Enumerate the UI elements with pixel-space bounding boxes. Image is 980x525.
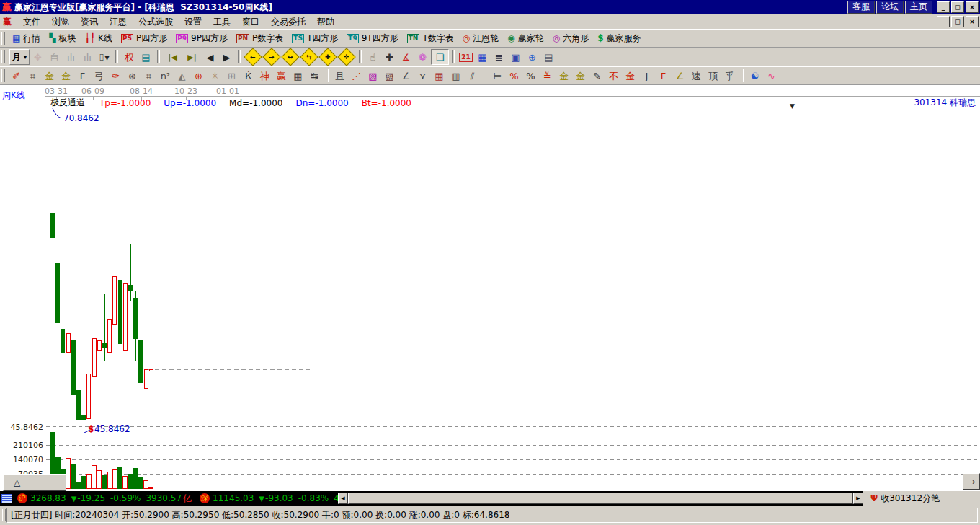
child-window-icon[interactable]: 赢 xyxy=(3,16,12,28)
child-minimize-button[interactable]: _ xyxy=(937,16,950,27)
brush-tool-button[interactable]: ✐ xyxy=(8,69,24,83)
zoom-in-diamond-button[interactable]: ⇆ xyxy=(300,48,318,66)
scrollbar-thumb[interactable] xyxy=(348,493,853,504)
price-scale-button[interactable]: ⊨ xyxy=(489,69,506,83)
region-tool-button[interactable]: ❏ xyxy=(431,49,449,65)
grid-dark-button[interactable]: ▥ xyxy=(447,69,464,83)
9t-square-button[interactable]: T9 9T四方形 xyxy=(342,30,402,46)
gold-grid-button-1[interactable]: 金 xyxy=(41,69,58,83)
time-grid-button[interactable]: ⌗ xyxy=(141,69,157,83)
p-square-button[interactable]: PS P四方形 xyxy=(117,30,172,46)
print-button[interactable]: ▤ xyxy=(540,50,557,64)
fan-box-dark-button[interactable]: ▧ xyxy=(381,69,398,83)
window-restore-button[interactable]: ◻ xyxy=(951,1,964,13)
self-select-button[interactable]: 自 xyxy=(46,50,63,64)
mirror-angle-button[interactable]: ◭ xyxy=(174,69,190,83)
menu-item-window[interactable]: 窗口 xyxy=(236,14,265,30)
titlebar-forum-button[interactable]: 论坛 xyxy=(876,1,904,14)
f-angle-button[interactable]: F xyxy=(655,69,672,83)
trend-angle-button[interactable]: ∠ xyxy=(398,69,414,83)
menu-item-browse[interactable]: 浏览 xyxy=(46,14,75,30)
shen-grid-button[interactable]: 神 xyxy=(257,69,273,83)
scrollbar-left-arrow[interactable]: ◀ xyxy=(338,493,348,504)
nav-first-button[interactable]: |◀ xyxy=(163,50,182,64)
menu-item-news[interactable]: 资讯 xyxy=(75,14,104,30)
mini-chart-button-2[interactable]: ılı xyxy=(79,50,96,64)
gold-red-button[interactable]: 金 xyxy=(622,69,638,83)
f-grid-button[interactable]: F xyxy=(74,69,91,83)
zoom-out-diamond-button[interactable]: ↔ xyxy=(281,48,299,66)
winner-service-button[interactable]: $ 赢家服务 xyxy=(593,30,645,46)
period-dropdown[interactable]: 月 ▾ xyxy=(9,49,30,65)
pen-one-button[interactable]: ✎ xyxy=(589,69,605,83)
bow-grid-button[interactable]: 弓 xyxy=(91,69,107,83)
p-table-button[interactable]: PN P数字表 xyxy=(232,30,288,46)
t-square-button[interactable]: TS T四方形 xyxy=(288,30,342,46)
kline-chart-area[interactable]: 03-3106-0908-1410-2301-0145.846221010614… xyxy=(0,85,980,491)
child-restore-button[interactable]: ◻ xyxy=(951,16,964,27)
fan-box-magenta-button[interactable]: ▨ xyxy=(365,69,381,83)
save-button[interactable]: ▣ xyxy=(507,50,524,64)
hu-lines-button[interactable]: 乎 xyxy=(721,69,738,83)
top-lines-button[interactable]: 顶 xyxy=(705,69,721,83)
titlebar-kefu-button[interactable]: 客服 xyxy=(847,1,875,14)
filter-icon-button[interactable]: ✥ xyxy=(30,50,46,64)
yinyang-tool-button[interactable]: ☯ xyxy=(747,69,763,83)
compass-tool-button[interactable]: ⊕ xyxy=(190,69,207,83)
window-minimize-button[interactable]: _ xyxy=(937,1,950,13)
ruler-pen-button[interactable]: ✑ xyxy=(107,69,124,83)
width-measure-button[interactable]: ↹ xyxy=(306,69,323,83)
full-view-diamond-button[interactable]: ✛ xyxy=(337,48,355,66)
mini-chart-button-1[interactable]: ılı xyxy=(63,50,79,64)
web-chart-button[interactable]: ⊕ xyxy=(524,50,540,64)
wave-tool-button[interactable]: ∿ xyxy=(763,69,780,83)
speed-lines-button[interactable]: 速 xyxy=(688,69,705,83)
chart-dropdown-caret-icon[interactable]: ▼ xyxy=(790,102,795,110)
hexagon-button[interactable]: ◎ 六角形 xyxy=(548,30,593,46)
shenzhen-index-icon[interactable]: 深 xyxy=(200,493,210,503)
titlebar-home-button[interactable]: 主页 xyxy=(905,1,932,14)
flower-tool-button[interactable]: ❁ xyxy=(414,50,431,64)
gann-wheel-button[interactable]: ◎ 江恩轮 xyxy=(458,30,503,46)
k-notch-button[interactable]: Ќ xyxy=(240,69,257,83)
t-table-button[interactable]: TN T数字表 xyxy=(403,30,458,46)
9p-square-button[interactable]: P9 9P四方形 xyxy=(172,30,232,46)
angle-measure-button[interactable]: ∡ xyxy=(398,50,414,64)
crosshair-tool-button[interactable]: ✚ xyxy=(381,50,398,64)
quotes-button[interactable]: ▦ 行情 xyxy=(8,30,45,46)
grid-red-button[interactable]: ▦ xyxy=(431,69,447,83)
kline-chart-canvas[interactable]: 03-3106-0908-1410-2301-0145.846221010614… xyxy=(0,85,980,491)
v-lines-button[interactable]: ⋎ xyxy=(414,69,431,83)
flat-lines-button[interactable]: 不 xyxy=(605,69,622,83)
j-angle-button[interactable]: J xyxy=(638,69,655,83)
menu-item-formula-stock[interactable]: 公式选股 xyxy=(133,14,179,30)
parallel-lines-button[interactable]: ⫽ xyxy=(464,69,481,83)
menu-item-trade[interactable]: 交易委托 xyxy=(265,14,311,30)
web-grid-button[interactable]: ⊞ xyxy=(223,69,240,83)
nav-next-button[interactable]: ▶ xyxy=(218,50,235,64)
child-close-button[interactable]: × xyxy=(966,16,979,27)
hand-tool-button[interactable]: ☝ xyxy=(365,50,381,64)
menu-item-tools[interactable]: 工具 xyxy=(208,14,236,30)
pan-left-diamond-button[interactable]: ← xyxy=(244,48,262,66)
market-table-icon[interactable] xyxy=(1,494,12,503)
shanghai-index-icon[interactable]: 沪 xyxy=(17,493,27,503)
index-scrollbar[interactable]: ◀ ▶ xyxy=(338,493,863,504)
circle-grid-button[interactable]: ⊛ xyxy=(124,69,141,83)
menu-item-settings[interactable]: 设置 xyxy=(179,14,208,30)
nav-prev-button[interactable]: ◀ xyxy=(202,50,218,64)
percent-button[interactable]: % xyxy=(522,69,539,83)
dense-grid-button[interactable]: ▦ xyxy=(290,69,306,83)
star-grid-button[interactable]: ✳ xyxy=(207,69,223,83)
chart-scroll-right-button[interactable]: → xyxy=(963,473,980,490)
gold-lines-button[interactable]: 金 xyxy=(572,69,589,83)
nav-last-button[interactable]: ▶| xyxy=(182,50,202,64)
candle-style-dropdown[interactable]: ⌷▾ xyxy=(96,50,112,64)
distribution-button[interactable]: ▤ xyxy=(138,50,154,64)
ying-tool-button[interactable]: 赢 xyxy=(273,69,290,83)
percent-lines-button[interactable]: ≚ xyxy=(539,69,556,83)
pan-right-diamond-button[interactable]: → xyxy=(262,48,280,66)
gold-circle-button[interactable]: 金 xyxy=(556,69,572,83)
blocks-button[interactable]: ▚ 板块 xyxy=(45,30,80,46)
fan-lines-button[interactable]: ⋰ xyxy=(348,69,365,83)
